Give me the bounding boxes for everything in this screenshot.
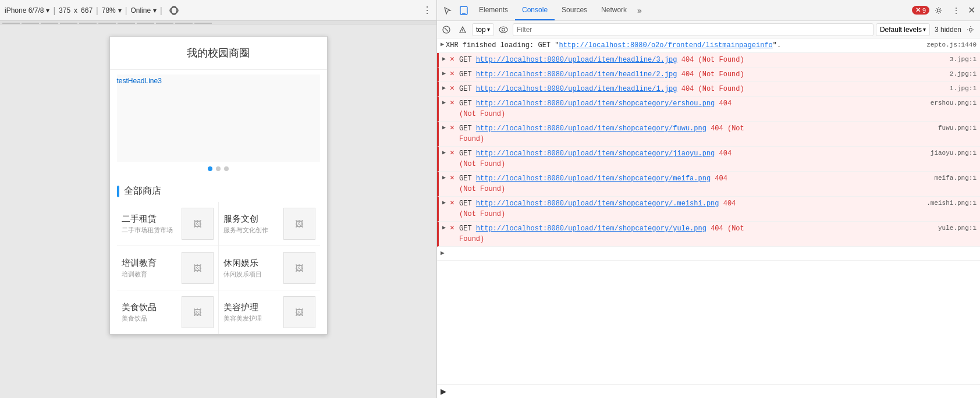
- log-level-icon: ▾: [923, 26, 926, 33]
- source-file-link[interactable]: 1.jpg:1: [950, 85, 977, 92]
- settings-button[interactable]: [931, 2, 947, 19]
- carousel-link[interactable]: testHeadLine3: [117, 74, 320, 162]
- expand-icon[interactable]: ▶: [442, 198, 446, 207]
- category-item[interactable]: 培训教育 培训教育 🖼: [117, 246, 218, 290]
- error-url-link[interactable]: http://localhost:8080/upload/item/shopca…: [476, 150, 715, 158]
- error-source-link[interactable]: jiaoyu.png:1: [926, 148, 977, 158]
- carousel-area[interactable]: testHeadLine3: [110, 70, 327, 180]
- category-sub: 培训教育: [122, 270, 157, 279]
- expand-icon[interactable]: ▶: [442, 223, 446, 232]
- svg-rect-3: [462, 13, 466, 14]
- resize-handle: [41, 23, 58, 24]
- error-source-link[interactable]: fuwu.png:1: [933, 123, 977, 133]
- prompt-caret: ▶: [441, 248, 445, 258]
- category-image: 🖼: [182, 296, 214, 328]
- device-selector[interactable]: iPhone 6/7/8 ▾: [5, 6, 49, 15]
- error-url-link[interactable]: http://localhost:8080/upload/item/headli…: [476, 56, 677, 64]
- console-filter-input[interactable]: [513, 23, 874, 36]
- device-dropdown-icon[interactable]: ▾: [46, 6, 49, 15]
- category-name: 美容护理: [223, 302, 262, 313]
- category-item[interactable]: 二手租赁 二手市场租赁市场 🖼: [117, 202, 218, 246]
- tab-console[interactable]: Console: [515, 0, 555, 20]
- expand-icon[interactable]: ▶: [442, 55, 446, 63]
- category-item[interactable]: 美容护理 美容美发护理 🖼: [219, 290, 320, 334]
- error-source-link[interactable]: .meishi.png:1: [922, 198, 977, 208]
- log-level-selector[interactable]: Default levels ▾: [876, 23, 930, 36]
- category-info: 美食饮品 美食饮品: [122, 302, 157, 323]
- source-file-link[interactable]: ershou.png:1: [931, 100, 977, 106]
- expand-icon[interactable]: ▶: [442, 148, 446, 157]
- console-settings-button[interactable]: [964, 23, 978, 37]
- error-url-link[interactable]: http://localhost:8080/upload/item/headli…: [476, 70, 677, 79]
- source-file-link[interactable]: yule.png:1: [938, 225, 977, 232]
- expand-icon[interactable]: ▶: [442, 123, 446, 132]
- error-source-link[interactable]: 3.jpg:1: [945, 55, 977, 65]
- source-file-link[interactable]: 3.jpg:1: [950, 56, 977, 63]
- zoom-selector[interactable]: 78% ▾: [102, 6, 122, 15]
- carousel-dots: [117, 162, 320, 176]
- category-item[interactable]: 服务文创 服务与文化创作 🖼: [219, 202, 320, 246]
- expand-icon[interactable]: ▶: [442, 98, 446, 107]
- error-url-link[interactable]: http://localhost:8080/upload/item/shopca…: [476, 100, 715, 108]
- error-url-link[interactable]: http://localhost:8080/upload/item/headli…: [476, 85, 677, 93]
- console-source-link[interactable]: zepto.js:1440: [922, 40, 977, 50]
- tab-network[interactable]: Network: [594, 0, 634, 20]
- tab-sources[interactable]: Sources: [555, 0, 594, 20]
- source-link[interactable]: zepto.js:1440: [926, 41, 977, 48]
- height-value: 667: [81, 6, 93, 15]
- svg-line-6: [445, 28, 448, 31]
- more-tabs-button[interactable]: »: [634, 6, 645, 15]
- stop-on-exception-button[interactable]: [456, 23, 470, 37]
- error-source-link[interactable]: yule.png:1: [933, 223, 977, 233]
- error-source-link[interactable]: 1.jpg:1: [945, 84, 977, 94]
- more-options-button[interactable]: ⋮: [422, 5, 432, 16]
- more-actions-button[interactable]: ⋮: [948, 2, 964, 19]
- svg-point-4: [938, 9, 940, 12]
- error-source-link[interactable]: ershou.png:1: [926, 98, 977, 108]
- category-info: 二手租赁 二手市场租赁市场: [122, 214, 173, 234]
- close-devtools-button[interactable]: ✕: [965, 5, 978, 16]
- console-error-entry: ▶ ✕ GET http://localhost:8080/upload/ite…: [437, 122, 980, 147]
- source-file-link[interactable]: jiaoyu.png:1: [931, 150, 977, 157]
- carousel-dot-1: [208, 166, 212, 171]
- resize-handle: [118, 23, 135, 24]
- source-file-link[interactable]: 2.jpg:1: [950, 70, 977, 77]
- console-prompt-input[interactable]: [449, 388, 977, 396]
- error-url-link[interactable]: http://localhost:8080/upload/item/shopca…: [476, 225, 706, 233]
- xhr-link[interactable]: http://localhost:8080/o2o/frontend/listm…: [559, 41, 772, 49]
- error-source-link[interactable]: 2.jpg:1: [945, 69, 977, 79]
- category-image: 🖼: [283, 252, 315, 284]
- error-url-link[interactable]: http://localhost:8080/upload/item/shopca…: [476, 125, 706, 133]
- console-error-entry: ▶ ✕ GET http://localhost:8080/upload/ite…: [437, 97, 980, 122]
- console-error-entry: ▶ ✕ GET http://localhost:8080/upload/ite…: [437, 82, 980, 97]
- prompt-arrow[interactable]: ▶: [441, 387, 446, 396]
- error-icon: ✕: [448, 223, 457, 233]
- expand-icon[interactable]: ▶: [441, 40, 444, 49]
- eye-button[interactable]: [496, 23, 510, 37]
- source-file-link[interactable]: .meishi.png:1: [926, 200, 977, 207]
- console-error-entry: ▶ ✕ GET http://localhost:8080/upload/ite…: [437, 53, 980, 67]
- carousel-text: testHeadLine3: [117, 74, 320, 87]
- tab-elements[interactable]: Elements: [472, 0, 515, 20]
- error-source-link[interactable]: meifa.png:1: [929, 173, 977, 183]
- category-item[interactable]: 美食饮品 美食饮品 🖼: [117, 290, 218, 334]
- expand-icon[interactable]: ▶: [442, 173, 446, 182]
- cursor-tool-button[interactable]: [439, 2, 456, 19]
- category-name: 休闲娱乐: [223, 258, 262, 269]
- error-url-link[interactable]: http://localhost:8080/upload/item/shopca…: [476, 200, 719, 208]
- context-selector[interactable]: top ▾: [472, 23, 494, 36]
- source-file-link[interactable]: fuwu.png:1: [938, 125, 977, 132]
- network-selector[interactable]: Online ▾: [130, 6, 157, 15]
- resize-handle: [2, 23, 20, 24]
- source-file-link[interactable]: meifa.png:1: [934, 175, 977, 182]
- clear-console-button[interactable]: [439, 23, 453, 37]
- expand-icon[interactable]: ▶: [442, 69, 446, 78]
- rotate-button[interactable]: [166, 2, 182, 19]
- error-url-link[interactable]: http://localhost:8080/upload/item/shopca…: [476, 175, 711, 183]
- broken-image-icon: 🖼: [295, 308, 303, 317]
- category-item[interactable]: 休闲娱乐 休闲娱乐项目 🖼: [219, 246, 320, 290]
- expand-icon[interactable]: ▶: [442, 84, 446, 93]
- category-image: 🖼: [283, 296, 315, 328]
- device-mode-button[interactable]: [456, 2, 472, 19]
- console-prompt-output: ▶: [437, 247, 980, 261]
